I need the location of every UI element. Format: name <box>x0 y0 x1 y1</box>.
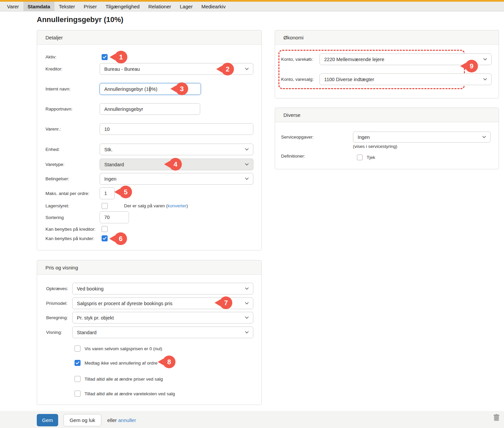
vis-varen-checkbox-label: Vis varen selvom salgsprisen er 0 (nul) <box>85 346 162 351</box>
callout-1: 1 <box>115 51 127 63</box>
panel-detaljer-header: Detaljer <box>37 30 261 45</box>
konto-varekob-label: Konto, varekøb: <box>281 57 320 62</box>
callout-8: 8 <box>163 356 175 368</box>
varenr-input[interactable]: 10 <box>100 123 253 135</box>
panel-pris-og-visning: Pris og visning Opkræves: Ved booking Pr… <box>37 260 262 405</box>
beregning-value: Pr. styk pr. objekt <box>77 315 114 320</box>
tab-varer[interactable]: Varer <box>3 2 23 11</box>
tillad-varetekst-checkbox[interactable] <box>75 391 81 397</box>
chevron-down-icon <box>245 331 249 334</box>
text-cursor <box>150 86 150 92</box>
lagerstyret-label: Lagerstyret: <box>45 203 100 208</box>
medtag-ikke-checkbox-label: Medtag ikke ved annullering af ordre <box>85 361 157 366</box>
tab-tilgaengelighed[interactable]: Tilgængelighed <box>101 2 144 11</box>
definitioner-checkbox-label: Tjek <box>367 155 375 160</box>
varetype-value: Standard <box>104 162 124 167</box>
tab-priser[interactable]: Priser <box>79 2 101 11</box>
rapportnavn-value: Annulleringsgebyr <box>104 106 143 112</box>
aktiv-checkbox[interactable] <box>102 54 108 60</box>
chevron-down-icon <box>483 58 487 60</box>
varenr-label: Varenr.: <box>45 127 100 132</box>
tab-mediearkiv[interactable]: Mediearkiv <box>197 2 230 11</box>
maks-antal-label: Maks. antal per ordre: <box>45 191 100 196</box>
kan-kreditor-label: Kan benyttes på kreditor: <box>45 227 100 232</box>
betingelser-value: Ingen <box>104 176 116 182</box>
varetype-label: Varetype: <box>45 162 100 167</box>
prismodel-label: Prismodel: <box>46 301 72 306</box>
beregning-select[interactable]: Pr. styk pr. objekt <box>72 312 253 324</box>
maks-antal-input[interactable]: 1 <box>100 187 115 199</box>
callout-7: 7 <box>220 296 232 309</box>
callout-3: 3 <box>175 82 188 95</box>
opkraves-label: Opkræves: <box>46 286 72 291</box>
chevron-down-icon <box>245 163 249 166</box>
konto-varekob-value: 2220 Mellemværende lejere <box>324 57 384 62</box>
page-title: Annulleringsgebyr (10%) <box>37 15 123 24</box>
tab-relationer[interactable]: Relationer <box>144 2 175 11</box>
tillad-priser-checkbox-label: Tillad altid alle at ændre priser ved sa… <box>85 377 163 382</box>
sortering-label: Sortering <box>45 215 100 220</box>
chevron-down-icon <box>245 178 249 180</box>
varenr-value: 10 <box>104 127 110 132</box>
checkmark-icon <box>103 237 107 240</box>
enhed-label: Enhed: <box>45 147 100 152</box>
medtag-ikke-checkbox[interactable] <box>75 360 81 366</box>
betingelser-label: Betingelser: <box>45 176 100 181</box>
lagerstyret-checkbox[interactable] <box>102 203 108 209</box>
chevron-down-icon <box>245 287 249 290</box>
opkraves-select[interactable]: Ved booking <box>72 283 253 294</box>
opkraves-value: Ved booking <box>77 286 104 291</box>
vis-varen-checkbox[interactable] <box>75 346 81 352</box>
rapportnavn-label: Rapportnavn: <box>45 106 100 112</box>
aktiv-label: Aktiv: <box>45 54 100 59</box>
maks-antal-value: 1 <box>104 191 107 196</box>
tillad-varetekst-checkbox-label: Tillad altid alle at ændre vareteksten v… <box>85 391 175 396</box>
callout-9: 9 <box>465 60 478 72</box>
chevron-down-icon <box>245 148 249 151</box>
panel-okonomi-header: Økonomi <box>275 30 499 45</box>
trash-icon[interactable] <box>493 414 500 421</box>
enhed-select[interactable]: Stk. <box>100 144 253 155</box>
callout-2: 2 <box>221 63 234 75</box>
tillad-priser-checkbox[interactable] <box>75 376 81 382</box>
visning-label: Visning: <box>46 330 72 335</box>
beregning-label: Beregning: <box>46 315 72 320</box>
serviceopgaver-value: Ingen <box>358 135 370 140</box>
sortering-value: 70 <box>104 215 110 220</box>
definitioner-checkbox[interactable] <box>357 155 363 160</box>
tab-stamdata[interactable]: Stamdata <box>23 2 55 11</box>
kan-kreditor-checkbox[interactable] <box>102 226 108 232</box>
rapportnavn-input[interactable]: Annulleringsgebyr <box>100 103 200 115</box>
chevron-down-icon <box>482 136 486 138</box>
konto-varesalg-value: 1100 Diverse indtægter <box>324 77 374 82</box>
visning-value: Standard <box>77 330 97 335</box>
konverter-link[interactable]: konverter <box>168 203 186 208</box>
panel-pris-header: Pris og visning <box>37 260 261 275</box>
sortering-input[interactable]: 70 <box>100 211 129 223</box>
chevron-down-icon <box>483 78 487 80</box>
serviceopgaver-note: (vises i servicestyring) <box>353 144 397 149</box>
kreditor-label: Kreditor: <box>45 66 100 71</box>
save-button[interactable]: Gem <box>37 414 58 426</box>
footer-or-text: eller annuller <box>107 417 136 423</box>
callout-6: 6 <box>114 232 127 245</box>
save-and-close-button[interactable]: Gem og luk <box>64 414 101 426</box>
enhed-value: Stk. <box>104 147 113 152</box>
konto-varesalg-select[interactable]: 1100 Diverse indtægter <box>320 73 492 85</box>
cancel-link[interactable]: annuller <box>118 417 136 423</box>
betingelser-select[interactable]: Ingen <box>100 173 253 185</box>
checkmark-icon <box>76 361 80 365</box>
chevron-down-icon <box>245 302 249 304</box>
tab-bar: Varer Stamdata Tekster Priser Tilgængeli… <box>0 2 504 11</box>
visning-select[interactable]: Standard <box>72 327 253 338</box>
kan-kunder-checkbox[interactable] <box>102 235 108 241</box>
kan-kunder-label: Kan benyttes på kunder: <box>45 236 100 241</box>
internt-navn-label: Internt navn: <box>45 86 100 91</box>
chevron-down-icon <box>245 68 249 70</box>
tab-tekster[interactable]: Tekster <box>54 2 79 11</box>
serviceopgaver-select[interactable]: Ingen <box>353 132 491 143</box>
panel-diverse: Diverse Serviceopgaver: Ingen (vises i s… <box>275 108 499 169</box>
tab-lager[interactable]: Lager <box>175 2 197 11</box>
internt-navn-value: Annulleringsgebyr (10%) <box>104 86 157 92</box>
lagerstyret-note: Der er salg på varen (konverter) <box>124 203 188 208</box>
